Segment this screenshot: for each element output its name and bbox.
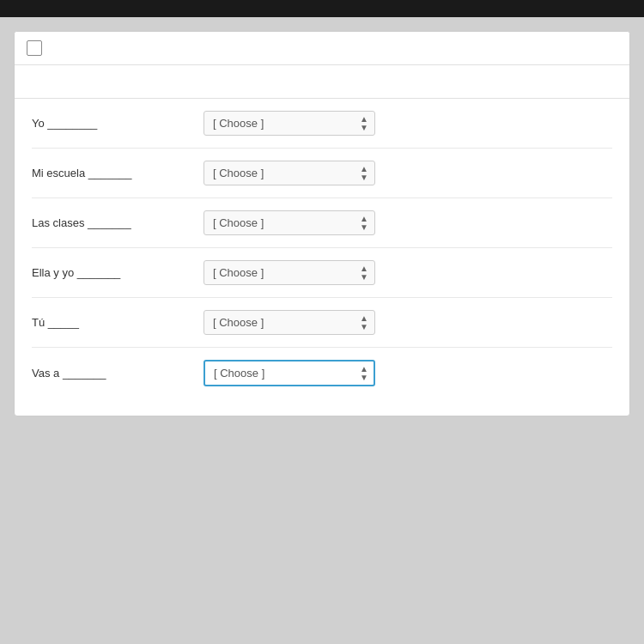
select-wrapper: [ Choose ]tengotienestienetenemostienen▲…	[204, 310, 375, 335]
match-subject: Yo ________	[32, 117, 204, 130]
select-wrapper: [ Choose ]tengotienestienetenemostienen▲…	[204, 210, 375, 235]
match-rows-container: Yo ________[ Choose ]tengotienestieneten…	[32, 99, 612, 398]
match-row: Las clases _______[ Choose ]tengotienest…	[32, 198, 612, 248]
match-subject: Tú _____	[32, 316, 204, 329]
match-subject: Mi escuela _______	[32, 167, 204, 179]
match-row: Ella y yo _______[ Choose ]tengotienesti…	[32, 248, 612, 298]
match-row: Yo ________[ Choose ]tengotienestieneten…	[32, 99, 612, 149]
question-header	[15, 32, 629, 65]
question-card: Yo ________[ Choose ]tengotienestieneten…	[14, 31, 630, 416]
match-subject: Las clases _______	[32, 216, 204, 229]
select-wrapper: [ Choose ]tengotienestienetenemostienen▲…	[204, 111, 375, 136]
match-select-yo[interactable]: [ Choose ]tengotienestienetenemostienen	[204, 111, 375, 136]
match-select-mi-escuela[interactable]: [ Choose ]tengotienestienetenemostienen	[204, 161, 375, 185]
select-wrapper: [ Choose ]tengotienestienetenemostienen▲…	[204, 161, 375, 185]
select-wrapper: [ Choose ]tengotienestienetenemostienen▲…	[204, 360, 375, 386]
match-row: Mi escuela _______[ Choose ]tengotienest…	[32, 149, 612, 198]
match-select-las-clases[interactable]: [ Choose ]tengotienestienetenemostienen	[204, 210, 375, 235]
status-bar	[0, 0, 644, 17]
match-select-ella-y-yo[interactable]: [ Choose ]tengotienestienetenemostienen	[204, 260, 375, 285]
match-subject: Vas a _______	[32, 367, 204, 380]
question-body: Yo ________[ Choose ]tengotienestieneten…	[15, 65, 629, 416]
match-subject: Ella y yo _______	[32, 266, 204, 279]
match-select-tu[interactable]: [ Choose ]tengotienestienetenemostienen	[204, 310, 375, 335]
match-row: Vas a _______[ Choose ]tengotienestienet…	[32, 348, 612, 398]
match-row: Tú _____[ Choose ]tengotienestienetenemo…	[32, 298, 612, 348]
select-wrapper: [ Choose ]tengotienestienetenemostienen▲…	[204, 260, 375, 285]
page-background: Yo ________[ Choose ]tengotienestieneten…	[0, 17, 644, 644]
match-select-vas-a[interactable]: [ Choose ]tengotienestienetenemostienen	[204, 360, 375, 386]
question-checkbox[interactable]	[27, 40, 42, 56]
